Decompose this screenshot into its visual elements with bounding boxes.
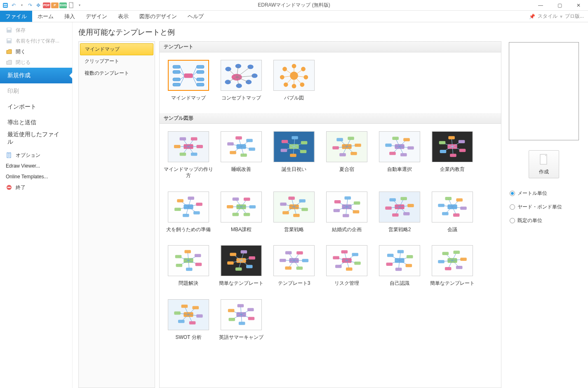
sample-thumb bbox=[379, 245, 420, 276]
sample-tile[interactable]: 夏合宿 bbox=[320, 131, 373, 179]
sidebar-viewer[interactable]: Edraw Viewer... bbox=[0, 161, 72, 171]
sample-tile[interactable]: 睡眠改善 bbox=[215, 131, 268, 179]
svg-rect-21 bbox=[197, 78, 204, 80]
sidebar-save-as[interactable]: 名前を付けて保存... bbox=[0, 35, 72, 46]
page-title: 使用可能なテンプレートと例 bbox=[78, 27, 582, 37]
svg-rect-197 bbox=[228, 318, 235, 321]
sample-thumb bbox=[168, 131, 209, 162]
sample-tile[interactable]: 自動車選択 bbox=[373, 131, 426, 179]
sample-tile[interactable]: 営業戦略 bbox=[268, 192, 320, 233]
gallery-scroll-area[interactable]: テンプレート マインドマップ bbox=[160, 42, 501, 388]
svg-rect-14 bbox=[184, 73, 193, 78]
minimize-button[interactable]: — bbox=[531, 0, 550, 11]
sample-tile[interactable]: 簡単なテンプレート bbox=[426, 245, 479, 287]
template-tile[interactable]: マインドマップ bbox=[162, 60, 215, 102]
sidebar-recent[interactable]: 最近使用したファイル bbox=[0, 130, 72, 146]
svg-rect-171 bbox=[407, 255, 413, 258]
sample-tile[interactable]: 自己認識 bbox=[373, 245, 426, 287]
tab-help[interactable]: ヘルプ bbox=[182, 11, 209, 22]
sample-tile[interactable]: リスク管理 bbox=[320, 245, 373, 287]
radio-metric[interactable]: メートル単位 bbox=[510, 190, 579, 197]
svg-rect-76 bbox=[385, 143, 392, 147]
sample-tile[interactable]: 営業戦略2 bbox=[373, 192, 426, 233]
tab-view[interactable]: 表示 bbox=[113, 11, 134, 22]
category-multi-templates[interactable]: 複数のテンプレート bbox=[79, 67, 155, 79]
sample-tile[interactable]: テンプレート3 bbox=[268, 245, 320, 287]
svg-rect-139 bbox=[184, 250, 191, 253]
svg-rect-158 bbox=[285, 267, 292, 270]
svg-badge-icon[interactable]: SVG bbox=[59, 2, 67, 9]
unit-radio-group: メートル単位 ヤード・ポンド単位 既定の単位 bbox=[509, 190, 579, 224]
template-tile[interactable]: バブル図 bbox=[268, 60, 320, 102]
backstage-main: 使用可能なテンプレートと例 マインドマップ クリップアート 複数のテンプレート … bbox=[73, 22, 588, 388]
sidebar-options[interactable]: オプション bbox=[0, 150, 72, 161]
template-label: マインドマップ bbox=[171, 95, 206, 102]
svg-rect-187 bbox=[196, 315, 203, 318]
qat-dropdown-icon[interactable]: ▾ bbox=[76, 2, 83, 9]
pin-icon[interactable]: 📌 bbox=[529, 14, 535, 19]
tab-design[interactable]: デザイン bbox=[80, 11, 113, 22]
svg-rect-53 bbox=[227, 142, 234, 145]
sample-label: 営業戦略2 bbox=[388, 227, 411, 233]
undo-icon[interactable]: ↶ bbox=[10, 2, 17, 9]
sample-tile[interactable]: 問題解決 bbox=[162, 245, 215, 287]
sample-label: 誕生日祝い bbox=[282, 166, 306, 173]
document-icon[interactable] bbox=[68, 2, 75, 9]
svg-rect-82 bbox=[450, 154, 456, 157]
pro-link[interactable]: プロ版... bbox=[565, 13, 584, 20]
close-button[interactable]: ✕ bbox=[569, 0, 588, 11]
svg-rect-162 bbox=[341, 251, 348, 254]
svg-rect-131 bbox=[445, 197, 452, 200]
radio-default[interactable]: 既定の単位 bbox=[510, 217, 579, 224]
category-mindmap[interactable]: マインドマップ bbox=[80, 43, 153, 55]
redo-icon[interactable]: ↷ bbox=[26, 2, 34, 9]
sidebar-new[interactable]: 新規作成 bbox=[0, 68, 72, 83]
tab-file[interactable]: ファイル bbox=[0, 11, 32, 22]
template-thumb-bubble bbox=[273, 60, 315, 91]
sidebar-save[interactable]: 保存 bbox=[0, 25, 72, 35]
samples-header: サンプル図形 bbox=[160, 113, 501, 124]
templates-header: テンプレート bbox=[160, 42, 501, 52]
sample-tile[interactable]: 英語サマーキャンプ bbox=[215, 299, 268, 341]
svg-rect-115 bbox=[334, 200, 341, 203]
titlebar: ↶ ▾ ↷ ✥ PDF P SVG ▾ EDRAWマインドマップ (無料版) —… bbox=[0, 0, 588, 11]
separator: ▾ bbox=[560, 14, 562, 19]
svg-rect-143 bbox=[176, 264, 183, 267]
sample-tile[interactable]: マインドマップの作り方 bbox=[162, 131, 215, 179]
svg-rect-183 bbox=[442, 252, 449, 256]
radio-yard-pound[interactable]: ヤード・ポンド単位 bbox=[510, 203, 579, 211]
sample-tile[interactable]: 企業内教育 bbox=[426, 131, 479, 179]
sidebar-print[interactable]: 印刷 bbox=[0, 83, 72, 99]
sidebar-export[interactable]: 導出と送信 bbox=[0, 115, 72, 130]
sample-tile[interactable]: 誕生日祝い bbox=[268, 131, 320, 179]
sidebar-exit[interactable]: 終了 bbox=[0, 182, 72, 193]
tab-insert[interactable]: 挿入 bbox=[59, 11, 80, 22]
move-icon[interactable]: ✥ bbox=[35, 2, 42, 9]
svg-rect-170 bbox=[397, 250, 404, 253]
pdf-badge-icon[interactable]: PDF bbox=[43, 2, 50, 9]
sample-tile[interactable]: 犬を飼うための準備 bbox=[162, 192, 215, 233]
svg-rect-142 bbox=[186, 268, 193, 271]
ppt-badge-icon[interactable]: P bbox=[51, 2, 59, 9]
style-link[interactable]: スタイル bbox=[538, 13, 557, 20]
sidebar-open[interactable]: 開く bbox=[0, 46, 72, 57]
sample-tile[interactable]: 結婚式の企画 bbox=[320, 192, 373, 233]
tab-shape-design[interactable]: 図形のデザイン bbox=[134, 11, 182, 22]
sample-tile[interactable]: 会議 bbox=[426, 192, 479, 233]
tab-home[interactable]: ホーム bbox=[32, 11, 59, 22]
category-clipart[interactable]: クリップアート bbox=[79, 55, 155, 67]
template-tile[interactable]: コンセプトマップ bbox=[215, 60, 268, 102]
undo-dropdown-icon[interactable]: ▾ bbox=[18, 2, 26, 9]
sample-label: 英語サマーキャンプ bbox=[219, 334, 263, 341]
sample-tile[interactable]: SWOT 分析 bbox=[162, 299, 215, 341]
sidebar-online-templates[interactable]: Online Templates... bbox=[0, 171, 72, 182]
sample-tile[interactable]: MBA課程 bbox=[215, 192, 268, 233]
sample-tile[interactable]: 簡単なテンプレート bbox=[215, 245, 268, 287]
sidebar-close[interactable]: 閉じる bbox=[0, 57, 72, 68]
svg-rect-79 bbox=[407, 146, 414, 149]
create-button[interactable]: 作成 bbox=[529, 150, 559, 178]
svg-rect-67 bbox=[339, 153, 346, 156]
sidebar-import[interactable]: インポート bbox=[0, 99, 72, 115]
maximize-button[interactable]: ▢ bbox=[550, 0, 569, 11]
svg-rect-101 bbox=[244, 197, 250, 201]
